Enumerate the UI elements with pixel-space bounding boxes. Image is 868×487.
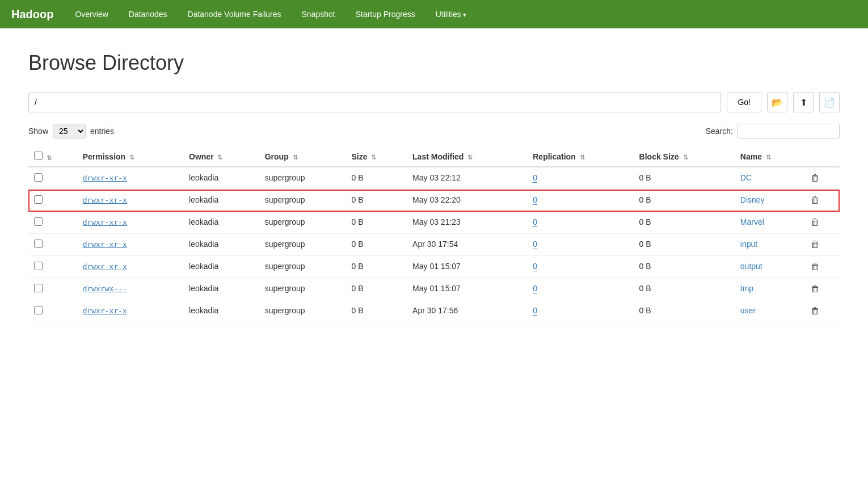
cell-size-1: 0 B (346, 190, 407, 212)
permission-value-5: drwxrwx--- (83, 284, 127, 293)
cell-actions-6: 🗑 (805, 300, 840, 322)
replication-link-6[interactable]: 0 (533, 306, 537, 316)
folder-icon-btn[interactable]: 📂 (767, 92, 787, 112)
nav-link-volume-failures[interactable]: Datanode Volume Failures (178, 2, 292, 27)
cell-actions-2: 🗑 (805, 212, 840, 234)
name-link-1[interactable]: Disney (740, 195, 765, 204)
cell-group-0: supergroup (259, 167, 346, 190)
owner-value-3: leokadia (189, 240, 218, 249)
cell-last-modified-5: May 01 15:07 (407, 278, 527, 300)
row-checkbox-5[interactable] (34, 284, 43, 292)
name-link-4[interactable]: output (740, 262, 762, 271)
delete-icon-4[interactable]: 🗑 (811, 262, 820, 271)
group-value-1: supergroup (265, 195, 305, 204)
cell-block-size-5: 0 B (634, 278, 735, 300)
cell-block-size-4: 0 B (634, 256, 735, 278)
delete-icon-1[interactable]: 🗑 (811, 195, 820, 205)
replication-link-3[interactable]: 0 (533, 240, 537, 249)
cell-name-6: user (735, 300, 806, 322)
cell-name-1: Disney (735, 190, 806, 212)
col-owner-label: Owner (189, 152, 214, 161)
delete-icon-6[interactable]: 🗑 (811, 306, 820, 316)
block-size-value-4: 0 B (639, 262, 651, 271)
sort-icon-group: ⇅ (293, 154, 298, 161)
cell-owner-0: leokadia (183, 167, 259, 190)
row-checkbox-1[interactable] (34, 195, 43, 204)
cell-size-4: 0 B (346, 256, 407, 278)
replication-link-1[interactable]: 0 (533, 195, 537, 205)
cell-group-4: supergroup (259, 256, 346, 278)
group-value-3: supergroup (265, 240, 305, 249)
show-entries: Show 10 25 50 100 entries (28, 124, 114, 138)
navbar-nav: Overview Datanodes Datanode Volume Failu… (65, 2, 477, 27)
name-link-5[interactable]: tmp (740, 284, 753, 293)
replication-link-5[interactable]: 0 (533, 284, 537, 293)
delete-icon-0[interactable]: 🗑 (811, 173, 820, 183)
row-checkbox-6[interactable] (34, 306, 43, 314)
cell-actions-4: 🗑 (805, 256, 840, 278)
size-value-0: 0 B (352, 173, 364, 182)
name-link-6[interactable]: user (740, 306, 756, 315)
table-body: drwxr-xr-x leokadia supergroup 0 B May 0… (28, 167, 840, 322)
folder-icon: 📂 (772, 97, 783, 108)
last-modified-value-0: May 03 22:12 (412, 173, 461, 182)
main-content: Browse Directory Go! 📂 ⬆ 📄 Show 10 25 50… (0, 28, 868, 345)
upload-icon-btn[interactable]: ⬆ (793, 92, 814, 112)
cell-replication-3: 0 (527, 234, 633, 256)
group-value-0: supergroup (265, 173, 305, 182)
row-checkbox-2[interactable] (34, 217, 43, 226)
name-link-0[interactable]: DC (740, 173, 752, 182)
cell-replication-1: 0 (527, 190, 633, 212)
replication-link-0[interactable]: 0 (533, 173, 537, 183)
directory-table: ⇅ Permission ⇅ Owner ⇅ Group ⇅ Size ⇅ (28, 147, 840, 322)
row-checkbox-4[interactable] (34, 262, 43, 270)
size-value-6: 0 B (352, 306, 364, 315)
last-modified-value-2: May 03 21:23 (412, 217, 461, 226)
search-input[interactable] (738, 124, 840, 138)
nav-link-utilities[interactable]: Utilities (425, 2, 477, 27)
nav-link-datanodes[interactable]: Datanodes (119, 2, 178, 27)
col-actions (805, 147, 840, 167)
path-input[interactable] (28, 92, 721, 112)
search-box: Search: (706, 124, 840, 138)
cell-last-modified-4: May 01 15:07 (407, 256, 527, 278)
nav-link-startup-progress[interactable]: Startup Progress (345, 2, 425, 27)
cell-owner-1: leokadia (183, 190, 259, 212)
cell-replication-0: 0 (527, 167, 633, 190)
cell-size-5: 0 B (346, 278, 407, 300)
cell-group-6: supergroup (259, 300, 346, 322)
cell-group-1: supergroup (259, 190, 346, 212)
entries-select[interactable]: 10 25 50 100 (53, 124, 86, 138)
navbar-brand[interactable]: Hadoop (11, 8, 53, 21)
row-checkbox-3[interactable] (34, 240, 43, 248)
col-block-size: Block Size ⇅ (634, 147, 735, 167)
owner-value-0: leokadia (189, 173, 218, 182)
select-all-checkbox[interactable] (34, 152, 43, 160)
name-link-3[interactable]: input (740, 240, 757, 249)
replication-link-4[interactable]: 0 (533, 262, 537, 271)
sort-icon-owner: ⇅ (217, 154, 222, 161)
cell-owner-2: leokadia (183, 212, 259, 234)
delete-icon-2[interactable]: 🗑 (811, 217, 820, 227)
owner-value-5: leokadia (189, 284, 218, 293)
name-link-2[interactable]: Marvel (740, 217, 764, 226)
cell-name-0: DC (735, 167, 806, 190)
go-button[interactable]: Go! (727, 92, 761, 112)
col-permission: Permission ⇅ (77, 147, 183, 167)
nav-link-snapshot[interactable]: Snapshot (292, 2, 345, 27)
nav-link-overview[interactable]: Overview (65, 2, 118, 27)
delete-icon-3[interactable]: 🗑 (811, 240, 820, 249)
group-value-4: supergroup (265, 262, 305, 271)
upload-icon: ⬆ (800, 97, 807, 108)
sort-icon-block-size: ⇅ (683, 154, 688, 161)
row-checkbox-0[interactable] (34, 173, 43, 182)
file-icon-btn[interactable]: 📄 (819, 92, 840, 112)
col-checkbox: ⇅ (28, 147, 77, 167)
file-icon: 📄 (824, 97, 835, 108)
replication-link-2[interactable]: 0 (533, 217, 537, 227)
delete-icon-5[interactable]: 🗑 (811, 284, 820, 293)
cell-checkbox-2 (28, 212, 77, 234)
cell-name-4: output (735, 256, 806, 278)
nav-item-volume-failures: Datanode Volume Failures (178, 2, 292, 27)
col-last-modified: Last Modified ⇅ (407, 147, 527, 167)
